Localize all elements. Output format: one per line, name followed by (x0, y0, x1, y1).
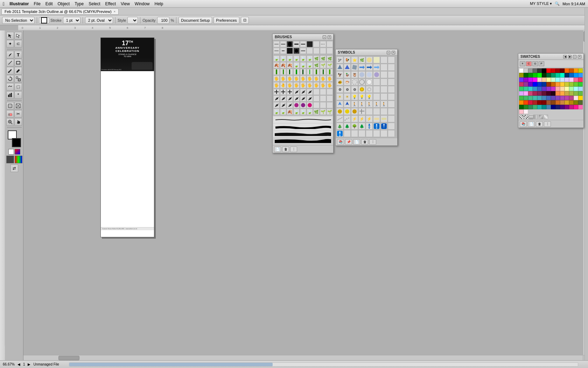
symbol-person[interactable]: 🚶 (358, 101, 365, 108)
swatch-cell[interactable] (551, 91, 555, 96)
swatch-cell[interactable] (537, 68, 542, 73)
brush-cell[interactable] (287, 41, 293, 47)
symbol-cell[interactable] (380, 130, 387, 137)
swatch-cell[interactable] (578, 96, 583, 100)
symbol-accessibility[interactable] (373, 123, 380, 130)
brush-cell[interactable] (313, 102, 320, 108)
swatch-cell[interactable] (565, 73, 569, 77)
swatch-cell[interactable] (542, 96, 546, 100)
line-tool[interactable] (6, 59, 14, 67)
symbol-arrow-up[interactable] (344, 101, 351, 108)
brush-stripe-4[interactable] (273, 137, 332, 144)
swatch-cell[interactable] (555, 68, 560, 73)
gradient-swatch[interactable] (539, 115, 543, 119)
brush-cell[interactable] (320, 48, 326, 54)
rectangle-tool[interactable] (14, 59, 22, 67)
swatches-expand[interactable]: + (578, 55, 581, 59)
symbol-accessibility[interactable] (380, 123, 387, 130)
symbol-sun[interactable]: ☀ (336, 93, 343, 100)
brush-leaf[interactable]: 🍃 (307, 62, 313, 68)
swatch-cell[interactable] (578, 77, 583, 82)
menu-effect[interactable]: Effect (105, 1, 116, 6)
brush-plus[interactable] (287, 89, 293, 95)
brush-options-btn[interactable]: ⋮ (290, 146, 297, 152)
swatch-cell[interactable] (569, 96, 574, 100)
symbol-cell[interactable] (388, 130, 395, 137)
pen-tool[interactable] (6, 51, 14, 59)
swatch-cell[interactable] (546, 87, 551, 91)
swatch-cell[interactable] (565, 100, 569, 105)
swatch-menu-btn[interactable]: ⋮ (544, 121, 551, 127)
symbol-3d[interactable] (344, 64, 351, 71)
symbol-lightning[interactable]: ⚡ (358, 115, 365, 122)
swatch-cell[interactable] (542, 100, 546, 105)
swatch-cell[interactable] (578, 105, 583, 109)
slice-tool[interactable] (14, 102, 22, 110)
symbol-circle-b[interactable] (366, 71, 373, 78)
menu-help[interactable]: Help (155, 1, 163, 6)
brush-cell[interactable] (273, 41, 280, 47)
swatch-cell[interactable] (546, 100, 551, 105)
brush-stripe-1[interactable] (273, 116, 332, 123)
brush-bar[interactable] (327, 69, 333, 75)
brush-leaf[interactable]: 🌿 (313, 62, 320, 68)
swatch-cell[interactable] (574, 87, 578, 91)
symbol-cell[interactable] (366, 108, 373, 115)
stroke-weight-dropdown[interactable]: 1 pt (63, 17, 80, 24)
brush-cell[interactable] (280, 48, 286, 54)
brush-hand[interactable]: 🖐 (327, 82, 333, 88)
brush-cell[interactable] (327, 102, 333, 108)
swatch-cell[interactable] (555, 91, 560, 96)
brush-leaf[interactable]: 🍃 (280, 55, 286, 62)
brush-leaf[interactable]: 🍂 (287, 62, 293, 68)
symbol-tree[interactable]: 🎄 (336, 123, 343, 130)
symbol-cell[interactable] (358, 108, 365, 115)
hand-tool[interactable] (14, 118, 22, 126)
swatch-cell[interactable] (519, 100, 524, 105)
swatch-cell[interactable] (551, 100, 555, 105)
brush-bar[interactable] (273, 69, 280, 75)
symbols-minimize[interactable]: – (387, 51, 390, 54)
new-brush-btn[interactable]: 📄 (274, 146, 281, 152)
brush-hand[interactable]: 🖐 (293, 82, 300, 88)
collapse-btn[interactable]: ⊡ (241, 17, 249, 24)
brush-chili[interactable]: 🌶 (300, 89, 306, 95)
brush-bar[interactable] (280, 69, 286, 75)
scale-tool[interactable] (14, 75, 22, 83)
swatch-cell[interactable] (537, 91, 542, 96)
swatch-cell[interactable] (569, 77, 574, 82)
brush-cell[interactable] (300, 41, 306, 47)
symbol-gear[interactable]: ⚙ (336, 86, 343, 93)
brush-leaf[interactable]: 🍂 (273, 62, 280, 68)
swatch-cell[interactable] (519, 109, 524, 114)
symbol-tree[interactable]: 🌲 (358, 123, 365, 130)
swatch-cell[interactable] (533, 91, 537, 96)
document-setup-btn[interactable]: Document Setup (178, 17, 212, 24)
swatch-cell[interactable] (524, 96, 528, 100)
swatch-cell[interactable] (569, 105, 574, 109)
brush-hand[interactable]: 🖐 (273, 75, 280, 82)
selection-tool[interactable] (6, 32, 14, 40)
symbol-accessibility[interactable] (366, 123, 373, 130)
swatch-cell[interactable] (537, 87, 542, 91)
swatch-cell[interactable] (551, 82, 555, 87)
swatch-cell[interactable] (542, 91, 546, 96)
preferences-btn[interactable]: Preferences (214, 17, 239, 24)
brush-leaf[interactable]: 🍃 (293, 55, 300, 62)
brush-chili[interactable]: 🌶 (280, 95, 286, 102)
symbol-cell[interactable] (388, 123, 395, 130)
swatch-cell[interactable] (574, 105, 578, 109)
brushes-minimize[interactable]: – (323, 35, 326, 39)
symbol-cell[interactable] (388, 101, 395, 108)
brush-leaf[interactable]: 🍃 (287, 55, 293, 62)
swatch-cell[interactable] (546, 73, 551, 77)
swatch-cell[interactable] (569, 91, 574, 96)
brush-leaf[interactable]: 🍃 (307, 109, 313, 115)
swatch-cell[interactable] (560, 100, 565, 105)
swatch-cell[interactable] (542, 68, 546, 73)
swatch-cell[interactable] (555, 87, 560, 91)
symbol-cell[interactable] (380, 108, 387, 115)
brush-hand[interactable]: 🖐 (293, 75, 300, 82)
swatch-cell[interactable] (528, 91, 533, 96)
swatch-cell[interactable] (574, 77, 578, 82)
